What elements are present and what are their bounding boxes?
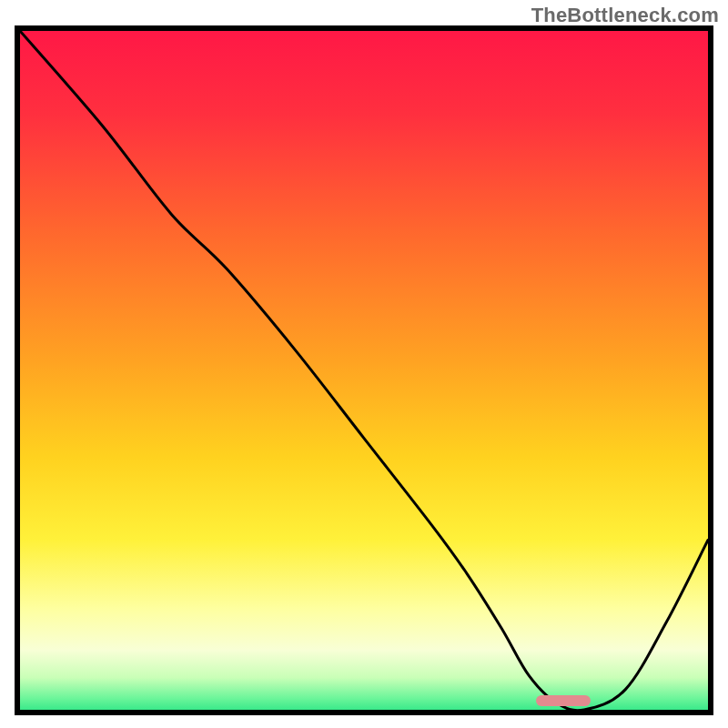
- chart-root: TheBottleneck.com: [0, 0, 728, 728]
- plot-inner: [20, 31, 708, 710]
- watermark-text: TheBottleneck.com: [531, 4, 719, 27]
- bottleneck-curve: [20, 31, 708, 710]
- plot-frame: [15, 25, 713, 715]
- optimal-marker: [536, 695, 591, 706]
